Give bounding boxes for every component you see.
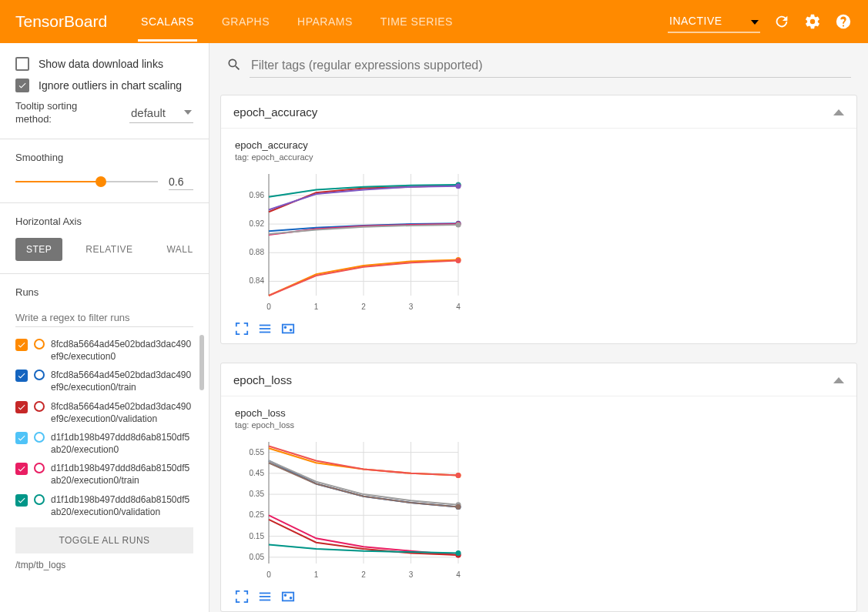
svg-text:4: 4 xyxy=(456,570,461,579)
run-checkbox[interactable] xyxy=(15,339,28,351)
chevron-up-icon xyxy=(833,373,844,386)
svg-point-31 xyxy=(285,326,287,328)
run-checkbox[interactable] xyxy=(15,494,28,507)
log-scale-icon[interactable] xyxy=(258,590,272,604)
show-download-checkbox[interactable] xyxy=(15,57,29,71)
svg-text:0.88: 0.88 xyxy=(250,248,265,256)
filter-tags-input[interactable] xyxy=(250,54,851,78)
chart: epoch_loss tag: epoch_loss 012340.050.15… xyxy=(235,407,843,604)
fit-domain-icon[interactable] xyxy=(281,590,295,604)
chart-tag: tag: epoch_loss xyxy=(235,420,843,430)
axis-relative-button[interactable]: RELATIVE xyxy=(75,238,143,261)
status-dropdown[interactable]: INACTIVE xyxy=(668,10,760,33)
tab-time-series[interactable]: TIME SERIES xyxy=(377,2,456,42)
run-checkbox[interactable] xyxy=(15,370,28,382)
show-download-label: Show data download links xyxy=(39,58,163,70)
svg-point-59 xyxy=(456,550,461,556)
chevron-up-icon xyxy=(833,105,844,119)
card-title: epoch_loss xyxy=(233,373,292,386)
svg-text:0.96: 0.96 xyxy=(250,191,265,199)
svg-point-26 xyxy=(456,258,461,263)
scalar-card: epoch_accuracy epoch_accuracy tag: epoch… xyxy=(220,95,857,344)
chevron-down-icon xyxy=(184,110,192,115)
svg-point-68 xyxy=(285,594,287,596)
svg-text:0.15: 0.15 xyxy=(250,532,265,540)
runs-list: 8fcd8a5664ad45e02bdad3dac490ef9c/executi… xyxy=(15,335,193,521)
run-name: 8fcd8a5664ad45e02bdad3dac490ef9c/executi… xyxy=(51,369,193,393)
svg-text:0.35: 0.35 xyxy=(250,490,265,498)
run-name: d1f1db198b497ddd8d6ab8150df5ab20/executi… xyxy=(51,462,193,487)
runs-filter-input[interactable] xyxy=(15,309,193,327)
svg-text:3: 3 xyxy=(409,570,414,579)
run-color-icon xyxy=(34,463,45,473)
expand-icon[interactable] xyxy=(235,322,249,336)
svg-text:0.84: 0.84 xyxy=(250,276,265,285)
svg-text:0: 0 xyxy=(266,570,271,579)
chart-plot[interactable]: 012340.840.880.920.96 xyxy=(235,168,466,314)
svg-point-69 xyxy=(290,597,292,599)
ignore-outliers-checkbox[interactable] xyxy=(15,79,29,92)
run-item: d1f1db198b497ddd8d6ab8150df5ab20/executi… xyxy=(15,490,193,521)
tab-scalars[interactable]: SCALARS xyxy=(138,2,197,42)
tab-hparams[interactable]: HPARAMS xyxy=(294,2,356,42)
nav-tabs: SCALARS GRAPHS HPARAMS TIME SERIES xyxy=(138,2,456,42)
svg-text:1: 1 xyxy=(314,570,319,579)
search-icon xyxy=(226,57,242,75)
run-item: d1f1db198b497ddd8d6ab8150df5ab20/executi… xyxy=(15,459,193,490)
scrollbar-thumb[interactable] xyxy=(199,335,204,390)
smoothing-slider[interactable] xyxy=(15,176,158,188)
svg-text:0.45: 0.45 xyxy=(250,469,265,477)
run-item: 8fcd8a5664ad45e02bdad3dac490ef9c/executi… xyxy=(15,397,193,428)
card-header[interactable]: epoch_loss xyxy=(221,363,856,396)
chart-title: epoch_loss xyxy=(235,407,843,419)
svg-text:1: 1 xyxy=(314,303,319,311)
svg-text:0.55: 0.55 xyxy=(250,448,265,456)
status-label: INACTIVE xyxy=(669,15,722,27)
svg-rect-30 xyxy=(283,325,293,333)
run-checkbox[interactable] xyxy=(15,401,28,413)
chart: epoch_accuracy tag: epoch_accuracy 01234… xyxy=(235,139,843,336)
svg-text:2: 2 xyxy=(361,303,366,311)
dropdown-arrow-icon xyxy=(751,15,759,27)
run-name: 8fcd8a5664ad45e02bdad3dac490ef9c/executi… xyxy=(51,400,193,425)
log-scale-icon[interactable] xyxy=(258,322,272,336)
card-header[interactable]: epoch_accuracy xyxy=(221,95,856,129)
svg-text:2: 2 xyxy=(361,570,366,579)
card-title: epoch_accuracy xyxy=(233,105,317,119)
ignore-outliers-label: Ignore outliers in chart scaling xyxy=(39,79,182,92)
svg-text:0.92: 0.92 xyxy=(250,219,265,228)
toggle-all-runs-button[interactable]: TOGGLE ALL RUNS xyxy=(15,527,193,553)
axis-step-button[interactable]: STEP xyxy=(15,238,62,261)
smoothing-value[interactable]: 0.6 xyxy=(169,174,193,190)
app-header: TensorBoard SCALARS GRAPHS HPARAMS TIME … xyxy=(0,0,868,43)
svg-point-63 xyxy=(456,504,461,510)
run-name: d1f1db198b497ddd8d6ab8150df5ab20/executi… xyxy=(51,493,193,518)
refresh-icon[interactable] xyxy=(772,12,791,31)
run-color-icon xyxy=(34,432,45,443)
tab-graphs[interactable]: GRAPHS xyxy=(219,2,273,42)
fit-domain-icon[interactable] xyxy=(281,322,295,336)
main-content: epoch_accuracy epoch_accuracy tag: epoch… xyxy=(209,43,868,612)
settings-icon[interactable] xyxy=(803,12,822,31)
tooltip-sort-value: default xyxy=(131,106,166,119)
run-item: 8fcd8a5664ad45e02bdad3dac490ef9c/executi… xyxy=(15,335,193,366)
scalar-card: epoch_loss epoch_loss tag: epoch_loss 01… xyxy=(220,363,857,612)
logo: TensorBoard xyxy=(15,12,107,31)
run-checkbox[interactable] xyxy=(15,463,28,475)
expand-icon[interactable] xyxy=(235,590,249,604)
chart-title: epoch_accuracy xyxy=(235,139,843,151)
svg-point-32 xyxy=(290,329,292,331)
svg-point-25 xyxy=(456,222,461,227)
svg-text:0: 0 xyxy=(266,303,271,311)
help-icon[interactable] xyxy=(834,12,853,31)
svg-text:3: 3 xyxy=(409,303,414,311)
chart-plot[interactable]: 012340.050.150.250.350.450.55 xyxy=(235,436,466,582)
svg-rect-67 xyxy=(283,593,293,601)
run-item: d1f1db198b497ddd8d6ab8150df5ab20/executi… xyxy=(15,428,193,459)
chart-tag: tag: epoch_accuracy xyxy=(235,152,843,162)
run-checkbox[interactable] xyxy=(15,432,28,444)
tooltip-sort-select[interactable]: default xyxy=(129,103,193,123)
svg-text:4: 4 xyxy=(456,303,461,311)
run-color-icon xyxy=(34,494,45,505)
axis-wall-button[interactable]: WALL xyxy=(156,238,203,261)
